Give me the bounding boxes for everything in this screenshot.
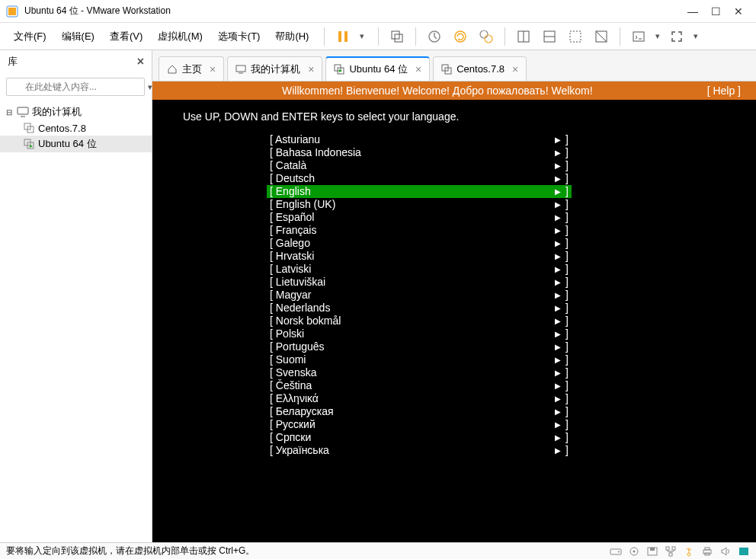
power-dropdown[interactable]: ▾	[355, 31, 369, 41]
console-dropdown[interactable]: ▾	[651, 31, 665, 41]
language-option[interactable]: [ Ελληνικά▶]	[267, 392, 572, 405]
pause-button[interactable]	[334, 27, 352, 46]
sound-icon[interactable]	[719, 546, 732, 557]
snapshot-manager-button[interactable]	[477, 27, 495, 46]
language-option[interactable]: [ Беларуская▶]	[267, 405, 572, 418]
language-option[interactable]: [ Deutsch▶]	[267, 172, 572, 185]
menu-vm[interactable]: 虚拟机(M)	[152, 27, 209, 46]
svg-rect-25	[236, 65, 245, 72]
language-option[interactable]: [ Polski▶]	[267, 327, 572, 340]
bracket-close: ]	[565, 315, 569, 327]
bracket-close: ]	[565, 172, 569, 185]
chevron-right-icon: ▶	[555, 405, 561, 418]
network-icon[interactable]	[665, 546, 677, 557]
language-option[interactable]: [ Русский▶]	[267, 418, 572, 431]
view-unity-button[interactable]	[592, 27, 610, 46]
language-option[interactable]: [ Català▶]	[267, 159, 572, 172]
view-console-button[interactable]	[566, 27, 585, 46]
language-label: [ Русский	[270, 418, 555, 431]
language-option[interactable]: [ Norsk bokmål▶]	[267, 315, 572, 327]
tab-home[interactable]: 主页 ×	[159, 56, 224, 81]
menu-view[interactable]: 查看(V)	[104, 27, 149, 46]
language-option[interactable]: [ Svenska▶]	[267, 366, 572, 379]
language-label: [ Latviski	[270, 263, 555, 276]
minimize-button[interactable]: —	[687, 6, 698, 17]
language-option[interactable]: [ Português▶]	[267, 340, 572, 353]
sidebar-title: 库	[8, 55, 137, 69]
fullscreen-button[interactable]	[668, 27, 686, 46]
language-option[interactable]: [ Galego▶]	[267, 237, 572, 250]
vm-console[interactable]: Willkommen! Bienvenue! Welcome! Добро по…	[152, 81, 756, 542]
chevron-right-icon: ▶	[555, 431, 561, 444]
tree-root-my-computer[interactable]: ⊟ 我的计算机	[0, 104, 152, 120]
view-tabs-button[interactable]	[540, 27, 559, 46]
installer-instruction: Use UP, DOWN and ENTER keys to select yo…	[183, 110, 726, 123]
send-ctrl-alt-del-button[interactable]	[388, 27, 406, 46]
language-option[interactable]: [ Latviski▶]	[267, 263, 572, 276]
language-option[interactable]: [ English (UK)▶]	[267, 198, 572, 211]
console-view-button[interactable]	[629, 27, 648, 46]
chevron-right-icon: ▶	[555, 444, 561, 457]
view-single-button[interactable]	[514, 27, 533, 46]
language-list[interactable]: [ Asturianu▶][ Bahasa Indonesia▶][ Catal…	[267, 133, 726, 457]
tree-item-ubuntu[interactable]: Ubuntu 64 位	[0, 136, 152, 152]
language-label: [ Français	[270, 224, 555, 237]
language-label: [ Lietuviškai	[270, 276, 555, 289]
tab-centos[interactable]: Centos.7.8 ×	[433, 56, 527, 81]
app-icon	[6, 5, 18, 18]
menu-help[interactable]: 帮助(H)	[269, 27, 315, 46]
language-option[interactable]: [ Asturianu▶]	[267, 133, 572, 146]
language-option[interactable]: [ Suomi▶]	[267, 353, 572, 366]
chevron-right-icon: ▶	[555, 159, 561, 172]
chevron-right-icon: ▶	[555, 327, 561, 340]
language-option[interactable]: [ Lietuviškai▶]	[267, 276, 572, 289]
svg-rect-5	[395, 34, 402, 42]
tab-close-button[interactable]: ×	[512, 63, 518, 75]
svg-rect-40	[669, 553, 672, 556]
snapshot-revert-button[interactable]	[451, 27, 469, 46]
bracket-close: ]	[565, 276, 569, 289]
tab-close-button[interactable]: ×	[210, 63, 216, 75]
language-option[interactable]: [ Français▶]	[267, 224, 572, 237]
language-option[interactable]: [ Español▶]	[267, 211, 572, 224]
maximize-button[interactable]: ☐	[710, 6, 721, 17]
language-option[interactable]: [ Nederlands▶]	[267, 302, 572, 315]
home-icon	[167, 64, 178, 75]
installer-header: Willkommen! Bienvenue! Welcome! Добро по…	[152, 81, 756, 100]
fullscreen-dropdown[interactable]: ▾	[689, 31, 703, 41]
snapshot-button[interactable]	[425, 27, 444, 46]
language-label: [ Magyar	[270, 289, 555, 302]
tree-item-centos[interactable]: Centos.7.8	[0, 120, 152, 136]
display-icon[interactable]	[738, 546, 750, 557]
menu-file[interactable]: 文件(F)	[8, 27, 53, 46]
collapse-icon[interactable]: ⊟	[5, 108, 14, 117]
cd-icon[interactable]	[628, 546, 640, 557]
menu-edit[interactable]: 编辑(E)	[56, 27, 101, 46]
tab-ubuntu[interactable]: Ubuntu 64 位 ×	[325, 56, 430, 81]
close-button[interactable]: ✕	[733, 6, 744, 17]
printer-icon[interactable]	[701, 546, 713, 557]
language-option[interactable]: [ English▶]	[267, 185, 572, 198]
monitor-icon	[235, 64, 246, 75]
language-option[interactable]: [ Српски▶]	[267, 431, 572, 444]
sidebar-close-button[interactable]: ×	[137, 55, 144, 69]
language-option[interactable]: [ Hrvatski▶]	[267, 250, 572, 263]
language-option[interactable]: [ Magyar▶]	[267, 289, 572, 302]
floppy-icon[interactable]	[646, 546, 658, 557]
language-option[interactable]: [ Bahasa Indonesia▶]	[267, 146, 572, 159]
usb-icon[interactable]	[683, 546, 695, 557]
language-label: [ Čeština	[270, 379, 555, 392]
tab-my-computer[interactable]: 我的计算机 ×	[227, 56, 322, 81]
search-input[interactable]	[6, 78, 145, 96]
menu-tabs[interactable]: 选项卡(T)	[212, 27, 267, 46]
tab-close-button[interactable]: ×	[415, 63, 421, 75]
language-option[interactable]: [ Čeština▶]	[267, 379, 572, 392]
divider	[505, 27, 505, 46]
svg-point-33	[618, 551, 620, 552]
tab-close-button[interactable]: ×	[308, 63, 314, 75]
installer-help-button[interactable]: [ Help ]	[707, 85, 741, 97]
monitor-icon	[17, 106, 29, 118]
hdd-icon[interactable]	[610, 546, 622, 557]
language-option[interactable]: [ Українська▶]	[267, 444, 572, 457]
bracket-close: ]	[565, 444, 569, 457]
